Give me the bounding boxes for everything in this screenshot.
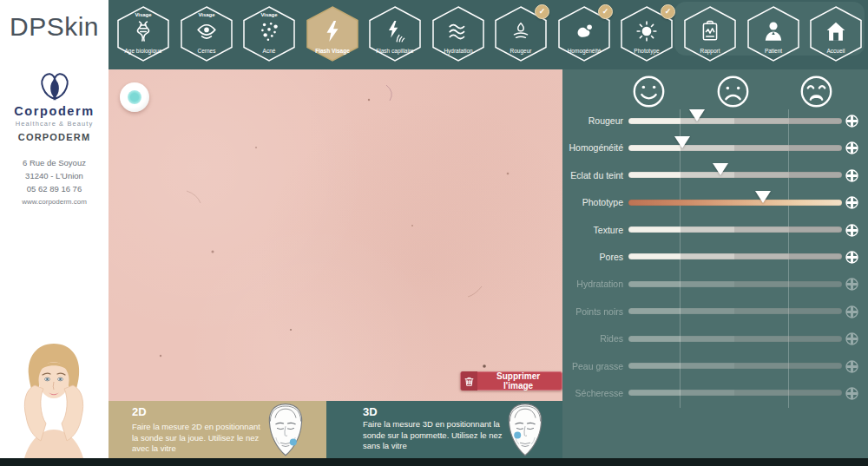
nav-item-flash-capillaire[interactable]: Flash capillaire [366, 5, 424, 62]
check-badge-icon: ✓ [535, 4, 549, 19]
slider-track[interactable] [628, 253, 842, 259]
plus-button[interactable] [845, 115, 858, 128]
plus-button[interactable] [845, 332, 858, 345]
plus-button[interactable] [845, 224, 858, 237]
plus-button[interactable] [845, 305, 858, 318]
slider-marker[interactable] [674, 136, 690, 148]
slider-label: Hydratation [562, 279, 623, 289]
acne-dots-icon [258, 20, 280, 43]
flame-skin-icon [510, 20, 532, 43]
skin-texture-specks [108, 69, 562, 401]
nav-item-label: Rapport [678, 48, 742, 54]
slider-track[interactable] [628, 363, 842, 369]
slider-label: Phototype [562, 197, 623, 207]
instruction-3d-title: 3D [363, 405, 378, 418]
instruction-panel-2d: 2D Faire la mesure 2D en positionnant la… [108, 401, 326, 458]
slider-label: Sécheresse [562, 388, 623, 398]
slider-marker[interactable] [689, 109, 705, 121]
slider-track[interactable] [628, 118, 842, 124]
clinic-address: 6 Rue de Soyouz 31240 - L'Union 05 62 89… [0, 156, 108, 208]
brand-name: Corpoderm [0, 104, 108, 118]
slider-row-hydratation: Hydratation [562, 271, 868, 298]
nav-item-phototype[interactable]: Phototype ✓ [618, 5, 675, 62]
nav-item-label: Flash Visage [300, 48, 365, 54]
slider-row-rougeur: Rougeur [562, 108, 868, 135]
slider-track[interactable] [628, 281, 842, 287]
slider-marker[interactable] [755, 191, 771, 203]
slider-row-eclat-du-teint: Eclat du teint [562, 162, 868, 189]
plus-button[interactable] [845, 387, 858, 400]
nav-item-patient[interactable]: Patient [745, 5, 802, 62]
brand-block: Corpoderm Healthcare & Beauty [0, 69, 108, 128]
slider-marker[interactable] [713, 163, 728, 175]
probe-dot-2d [290, 439, 297, 446]
slider-label: Homogénéité [562, 142, 623, 153]
nav-item-rougeur[interactable]: Rougeur ✓ [492, 5, 549, 62]
slider-row-phototype: Phototype [562, 189, 868, 216]
nav-item-label: Acné [237, 48, 301, 54]
nav-item-hydratation[interactable]: Hydratation [430, 5, 487, 62]
slider-label: Texture [562, 225, 623, 235]
slider-row-points-noirs: Points noirs [562, 299, 868, 325]
nav-category-label: Visage [115, 12, 172, 17]
clinic-phone: 05 62 89 16 76 [0, 182, 108, 195]
slider-track[interactable] [628, 336, 842, 342]
waves-icon [447, 20, 470, 43]
slider-rows: Rougeur Homogénéité Eclat du teint Photo… [562, 108, 868, 407]
capture-button[interactable] [120, 82, 149, 112]
plus-button[interactable] [845, 251, 858, 264]
sad-face-icon [715, 74, 751, 109]
delete-image-button[interactable]: Supprimer l'image [460, 371, 562, 391]
corpoderm-logo-icon [31, 69, 78, 102]
nav-item-rapport[interactable]: Rapport [681, 5, 739, 62]
nav-item-label: Rougeur [489, 48, 553, 54]
plus-button[interactable] [845, 169, 858, 182]
nav-item-label: Hydratation [426, 48, 490, 54]
instruction-2d-text: Faire la mesure 2D en positionnant la so… [132, 422, 264, 455]
slider-row-texture: Texture [562, 217, 868, 244]
slider-row-peau-grasse: Peau grasse [562, 353, 868, 380]
instruction-3d-text: Faire la mesure 3D en positionnant la so… [363, 419, 509, 452]
blob-icon [573, 20, 595, 43]
delete-button-label: Supprimer l'image [485, 371, 551, 391]
slider-track[interactable] [628, 308, 842, 314]
nav-item-accueil[interactable]: Accueil [807, 5, 865, 62]
slider-track[interactable] [628, 200, 842, 206]
instruction-panel-3d: 3D Faire la mesure 3D en positionnant la… [326, 401, 562, 458]
nav-item-label: Phototype [615, 48, 679, 54]
plus-button[interactable] [845, 196, 858, 209]
nav-item-homogeneite[interactable]: Homogénéité ✓ [556, 5, 613, 62]
crying-face-icon [799, 74, 834, 109]
slider-label: Peau grasse [562, 361, 623, 371]
happy-face-icon [631, 74, 667, 109]
slider-label: Rougeur [562, 115, 623, 126]
slider-label: Eclat du teint [562, 170, 623, 180]
nav-category-label: Visage [240, 12, 298, 17]
check-badge-icon: ✓ [598, 4, 613, 19]
nav-item-age-biologique[interactable]: Visage Age biologique [115, 5, 172, 62]
home-icon [825, 20, 847, 43]
skin-image-viewer: Supprimer l'image [108, 69, 562, 401]
slider-row-rides: Rides [562, 325, 868, 352]
check-badge-icon: ✓ [661, 4, 675, 19]
mood-legend [562, 74, 868, 110]
sidebar: DPSkin Corpoderm Healthcare & Beauty COR… [0, 0, 108, 458]
nav-item-label: Flash capillaire [363, 48, 427, 54]
address-line1: 6 Rue de Soyouz [0, 156, 108, 169]
plus-button[interactable] [845, 360, 858, 373]
slider-track[interactable] [628, 145, 842, 151]
slider-track[interactable] [628, 226, 842, 233]
sun-icon [635, 20, 658, 43]
analysis-panel: Rougeur Homogénéité Eclat du teint Photo… [562, 69, 868, 458]
trash-icon [461, 371, 477, 391]
nav-item-flash-visage[interactable]: Flash Visage [304, 5, 361, 62]
plus-button[interactable] [845, 278, 858, 291]
brand-tagline: Healthcare & Beauty [0, 120, 108, 128]
nav-item-cernes[interactable]: Visage Cernes [178, 5, 235, 62]
slider-label: Points noirs [562, 306, 623, 317]
slider-track[interactable] [628, 172, 842, 178]
nav-item-acne[interactable]: Visage Acné [240, 5, 298, 62]
report-icon [699, 20, 721, 43]
plus-button[interactable] [845, 141, 858, 154]
slider-track[interactable] [628, 390, 842, 396]
